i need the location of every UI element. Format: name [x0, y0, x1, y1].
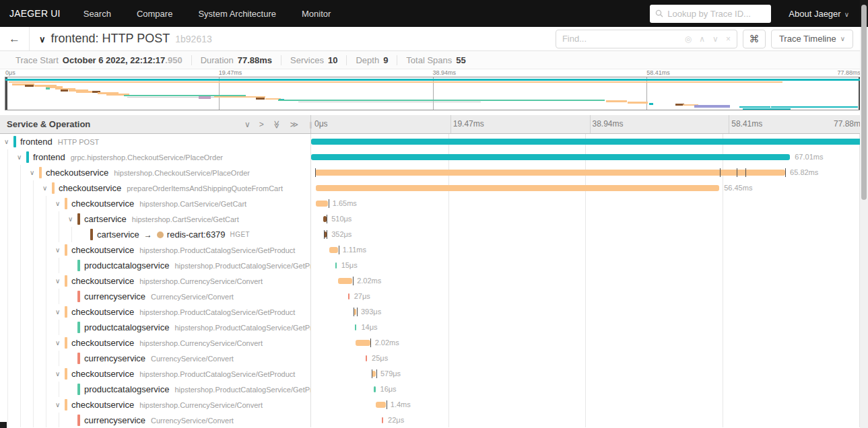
range-scrubber-left[interactable] — [5, 77, 7, 110]
clear-find-icon[interactable]: × — [726, 35, 731, 43]
span-bar[interactable] — [315, 170, 785, 176]
vertical-scrollbar[interactable] — [860, 0, 868, 428]
peer-name: redis-cart:6379 — [167, 229, 226, 240]
indent-guide — [7, 289, 8, 304]
span-row[interactable]: productcatalogservicehipstershop.Product… — [0, 258, 868, 273]
span-bar[interactable] — [316, 201, 327, 207]
nav-item-compare[interactable]: Compare — [137, 9, 172, 19]
span-duration-label: 65.82ms — [790, 165, 818, 180]
app-brand[interactable]: JAEGER UI — [9, 8, 61, 19]
span-row[interactable]: ∨checkoutserviceprepareOrderItemsAndShip… — [0, 180, 868, 196]
operation-name: hipstershop.ProductCatalogService/GetPro… — [174, 324, 311, 332]
span-bar[interactable] — [311, 139, 868, 145]
collapse-trace-chevron-icon[interactable]: ∨ — [39, 34, 46, 44]
span-row[interactable]: ∨checkoutservicehipstershop.ProductCatal… — [0, 242, 868, 258]
span-bar[interactable] — [355, 324, 356, 330]
span-boundary-tick — [387, 400, 387, 409]
minimap-canvas[interactable] — [5, 77, 861, 110]
expand-chevron-icon[interactable]: ∨ — [55, 339, 65, 347]
expand-chevron-icon[interactable]: ∨ — [55, 370, 65, 378]
span-row[interactable]: ∨checkoutservicehipstershop.CartService/… — [0, 196, 868, 211]
keyboard-shortcuts-button[interactable]: ⌘ — [743, 30, 766, 48]
span-row[interactable]: ∨checkoutservicehipstershop.ProductCatal… — [0, 366, 868, 382]
span-row[interactable]: productcatalogservicehipstershop.Product… — [0, 320, 868, 335]
expand-chevron-icon[interactable]: ∨ — [55, 277, 65, 285]
indent-guide — [7, 258, 8, 273]
minimap-span-segment — [9, 81, 782, 83]
operation-name: prepareOrderItemsAndShippingQuoteFromCar… — [127, 184, 283, 192]
expand-one-icon[interactable]: > — [259, 120, 264, 129]
span-bar[interactable] — [329, 247, 337, 253]
view-selector-button[interactable]: Trace Timeline∨ — [771, 30, 853, 48]
span-row[interactable]: ∨checkoutservicehipstershop.CheckoutServ… — [0, 165, 868, 180]
expand-chevron-icon[interactable]: ∨ — [30, 169, 39, 176]
about-jaeger-menu[interactable]: About Jaeger∨ — [789, 9, 849, 19]
span-bar[interactable] — [366, 355, 367, 361]
operation-name: hipstershop.ProductCatalogService/GetPro… — [139, 308, 295, 316]
expand-chevron-icon[interactable]: ∨ — [42, 184, 52, 192]
indent-guide — [7, 366, 8, 382]
service-color-bar — [65, 306, 67, 318]
span-bar[interactable] — [335, 262, 337, 269]
next-match-icon[interactable]: ∨ — [712, 35, 719, 43]
span-row[interactable]: currencyserviceCurrencyService/Convert22… — [0, 413, 868, 427]
span-duration-label: 510μs — [331, 211, 352, 227]
expand-chevron-icon[interactable]: ∨ — [55, 246, 65, 254]
span-row[interactable]: ∨checkoutservicehipstershop.CurrencyServ… — [0, 397, 868, 413]
span-bar[interactable] — [316, 185, 719, 191]
prev-match-icon[interactable]: ∧ — [699, 35, 705, 43]
nav-item-monitor[interactable]: Monitor — [302, 9, 331, 19]
span-row[interactable]: cartservice→redis-cart:6379HGET352μs — [0, 227, 868, 242]
span-duration-label: 2.02ms — [375, 335, 399, 351]
collapse-one-icon[interactable]: ∨ — [244, 120, 251, 129]
span-bar[interactable] — [374, 386, 375, 392]
span-bar[interactable] — [382, 417, 383, 423]
span-bar[interactable] — [311, 154, 790, 160]
indent-guide — [7, 335, 8, 351]
match-target-icon[interactable]: ◎ — [685, 35, 692, 43]
span-row[interactable]: ∨frontendgrpc.hipstershop.CheckoutServic… — [0, 149, 868, 165]
span-row[interactable]: ∨frontendHTTP POST — [0, 134, 868, 149]
span-boundary-tick — [324, 230, 325, 239]
minimap-span-segment — [199, 96, 211, 99]
back-button[interactable]: ← — [0, 27, 30, 50]
span-boundary-tick — [327, 230, 327, 239]
stat-depth: Depth9 — [346, 55, 397, 65]
minimap-span-segment — [628, 102, 648, 104]
span-bar[interactable] — [356, 340, 370, 346]
span-row[interactable]: ∨cartservicehipstershop.CartService/GetC… — [0, 211, 868, 227]
expand-chevron-icon[interactable]: ∨ — [17, 153, 26, 161]
span-duration-label: 393μs — [361, 304, 381, 320]
expand-chevron-icon[interactable]: ∨ — [55, 200, 65, 207]
span-bar[interactable] — [338, 278, 353, 284]
nav-item-system-architecture[interactable]: System Architecture — [198, 9, 276, 19]
collapse-all-icon[interactable]: ≫ — [273, 120, 281, 129]
span-row[interactable]: ∨checkoutservicehipstershop.CurrencyServ… — [0, 335, 868, 351]
span-duration-label: 14μs — [361, 320, 377, 335]
span-row[interactable]: currencyserviceCurrencyService/Convert27… — [0, 289, 868, 304]
span-row[interactable]: currencyserviceCurrencyService/Convert25… — [0, 351, 868, 366]
span-bar[interactable] — [348, 293, 349, 299]
service-color-bar — [13, 136, 16, 147]
expand-chevron-icon[interactable]: ∨ — [4, 138, 13, 145]
operation-name: hipstershop.ProductCatalogService/GetPro… — [139, 246, 295, 254]
span-bar-cell: 25μs — [311, 351, 868, 366]
expand-chevron-icon[interactable]: ∨ — [68, 215, 77, 223]
span-row[interactable]: ∨checkoutservicehipstershop.ProductCatal… — [0, 304, 868, 320]
indent-guide — [46, 351, 46, 366]
find-input[interactable] — [556, 34, 685, 44]
span-boundary-tick — [353, 277, 354, 285]
indent-guide — [7, 196, 8, 211]
span-bar-cell: 2.02ms — [311, 335, 868, 351]
trace-lookup-input[interactable] — [667, 9, 766, 19]
span-tree-cell: currencyserviceCurrencyService/Convert — [0, 413, 311, 427]
scrollbar-thumb[interactable] — [861, 5, 867, 200]
nav-item-search[interactable]: Search — [84, 9, 111, 19]
service-name: cartservice — [97, 229, 139, 240]
expand-chevron-icon[interactable]: ∨ — [55, 401, 65, 408]
expand-all-icon[interactable]: ≫ — [290, 120, 298, 129]
expand-chevron-icon[interactable]: ∨ — [55, 308, 65, 316]
span-row[interactable]: productcatalogservicehipstershop.Product… — [0, 382, 868, 397]
span-bar[interactable] — [376, 402, 386, 408]
span-row[interactable]: ∨checkoutservicehipstershop.CurrencyServ… — [0, 273, 868, 289]
